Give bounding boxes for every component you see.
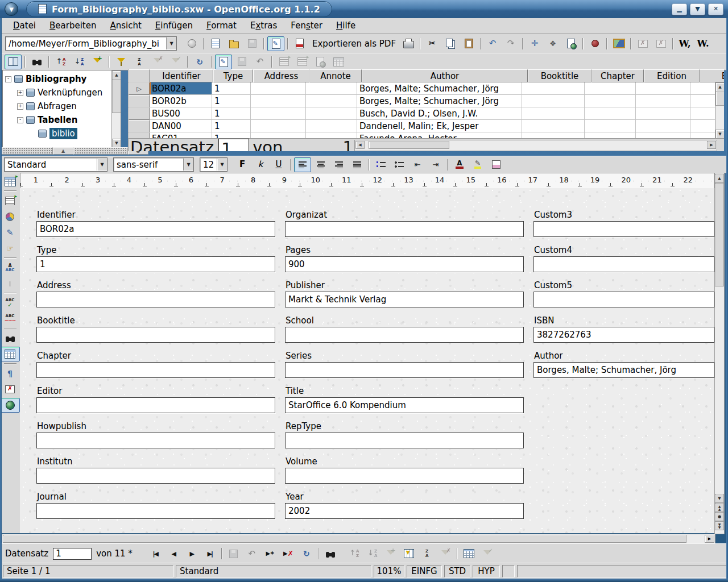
scroll-right-button[interactable]: ▶ — [705, 535, 714, 543]
record-number-input[interactable]: 1 — [53, 548, 92, 560]
row-header[interactable]: ▷ — [129, 82, 150, 95]
stop-button[interactable] — [183, 36, 200, 51]
zoom-status[interactable]: 101% — [374, 565, 404, 577]
grid-cell[interactable] — [585, 120, 636, 132]
insert-mode-status[interactable]: EINFG — [407, 565, 442, 577]
splitter-dots-handle[interactable] — [73, 147, 128, 155]
splitter-handle-bar[interactable]: ▲ ● — [2, 147, 148, 155]
custom5-field[interactable] — [533, 292, 714, 307]
draw-functions-button[interactable]: ✎ — [1, 225, 20, 240]
font-name-value[interactable]: sans-serif — [114, 160, 183, 170]
column-header-identifier[interactable]: Identifier — [150, 69, 213, 82]
expander-icon[interactable]: + — [17, 90, 23, 96]
grid-cell[interactable] — [306, 107, 357, 120]
column-header-chapter[interactable]: Chapter — [592, 69, 644, 82]
grid-cell[interactable] — [251, 82, 306, 95]
tree-item-biblio[interactable]: biblio — [5, 127, 121, 140]
grid-cell[interactable]: 1 — [212, 82, 251, 95]
grid-cell[interactable] — [251, 120, 306, 132]
new-document-button[interactable] — [207, 36, 224, 51]
grid-cell[interactable]: 1 — [212, 107, 251, 120]
volume-field[interactable] — [285, 468, 524, 484]
grid-cell[interactable] — [585, 82, 636, 95]
url-dropdown-button[interactable]: ▼ — [166, 38, 176, 49]
grid-cell[interactable]: BOR02a — [150, 82, 212, 95]
reptype-field[interactable] — [285, 433, 524, 448]
menu-bearbeiten[interactable]: Bearbeiten — [43, 19, 103, 32]
bold-button[interactable]: F — [234, 157, 251, 172]
navigator-button[interactable]: ✛ — [526, 36, 543, 51]
editor-field[interactable] — [36, 397, 275, 413]
edit-data-button[interactable] — [215, 55, 232, 69]
find-record-button[interactable] — [28, 55, 46, 69]
column-header-address[interactable]: Address — [253, 69, 309, 82]
gallery-button[interactable] — [610, 36, 627, 51]
scrollbar-thumb[interactable] — [112, 79, 121, 113]
next-page-button[interactable]: ▼ ▼ — [715, 521, 724, 530]
journal-field[interactable] — [36, 503, 275, 519]
close-button[interactable]: ✕ — [708, 3, 723, 15]
autospellcheck-button[interactable]: ABC~~~ — [1, 311, 20, 326]
hyperlink-mode-status[interactable]: HYP — [473, 565, 500, 577]
expander-icon[interactable]: - — [17, 117, 23, 123]
url-input[interactable]: /home/Meyer/Form_Bibliography_bi — [6, 39, 166, 49]
grid-cell[interactable] — [522, 107, 585, 120]
font-size-combobox[interactable]: 12 ▼ — [200, 157, 228, 172]
open-document-button[interactable] — [225, 36, 242, 51]
menu-hilfe[interactable]: Hilfe — [329, 19, 362, 32]
grid-cell[interactable] — [636, 95, 690, 107]
chapter-field[interactable] — [36, 362, 275, 378]
menu-einf-gen[interactable]: Einfügen — [148, 19, 200, 32]
edit-file-button[interactable] — [267, 36, 284, 51]
export-pdf-button[interactable] — [291, 36, 308, 51]
background-color-button[interactable] — [487, 157, 504, 172]
scrollbar-thumb[interactable] — [715, 91, 724, 106]
column-header-booktitle[interactable]: Booktitle — [528, 69, 592, 82]
grid-cell[interactable] — [522, 120, 585, 132]
scroll-left-button[interactable]: ◀ — [355, 141, 365, 149]
maximize-button[interactable]: ▼ — [690, 3, 705, 15]
grid-cell[interactable]: Busch, David D.; Olsen, J.W. — [357, 107, 522, 120]
howpublish-field[interactable] — [36, 433, 275, 448]
title-field[interactable]: StarOffice 6.0 Kompendium — [285, 397, 524, 413]
previous-page-button[interactable]: ▲ ▲ — [715, 503, 724, 512]
stylist-button[interactable]: ❖ — [544, 36, 561, 51]
decrease-indent-button[interactable]: ⇤ — [409, 157, 426, 172]
publisher-field[interactable]: Markt & Technik Verlag — [285, 292, 524, 307]
grid-vertical-scrollbar[interactable]: ▲ ▼ — [715, 82, 724, 139]
insert-fields-button[interactable] — [1, 193, 20, 208]
tree-item-abfragen[interactable]: +Abfragen — [5, 99, 121, 113]
url-combobox[interactable]: /home/Meyer/Form_Bibliography_bi ▼ — [5, 36, 177, 51]
menu-fenster[interactable]: Fenster — [284, 19, 329, 32]
school-field[interactable] — [285, 327, 524, 343]
pages-field[interactable]: 900 — [285, 256, 524, 272]
highlighting-button[interactable]: ✎ — [469, 157, 486, 172]
new-record-button[interactable] — [262, 546, 279, 561]
collapse-panel-button[interactable]: ▲ — [53, 147, 73, 155]
explorer-toggle-button[interactable] — [5, 55, 22, 69]
isbn-field[interactable]: 3827262763 — [533, 327, 714, 343]
scroll-up-button[interactable]: ▲ — [715, 82, 724, 92]
grid-cell[interactable]: Dandenell, Malin; Ek, Jesper — [357, 120, 522, 132]
sort-descending-button[interactable] — [71, 55, 88, 69]
grid-cell[interactable] — [251, 107, 306, 120]
scroll-down-button[interactable]: ▼ — [715, 494, 724, 503]
scrollbar-thumb[interactable] — [715, 183, 724, 286]
tree-item-bibliography[interactable]: -Bibliography — [5, 72, 121, 86]
menu-ansicht[interactable]: Ansicht — [103, 19, 148, 32]
grid-cell[interactable]: 1 — [212, 95, 251, 107]
menu-datei[interactable]: Datei — [6, 19, 43, 32]
splitter-dots-handle[interactable] — [2, 147, 53, 155]
minimize-button[interactable]: ▁ — [672, 3, 687, 15]
row-header[interactable] — [129, 95, 150, 107]
grid-cell[interactable] — [636, 120, 690, 132]
organizat-field[interactable] — [285, 221, 524, 237]
menu-format[interactable]: Format — [200, 19, 243, 32]
booktitle-field[interactable] — [36, 327, 275, 343]
w-comma-macro-button[interactable]: W, — [676, 36, 693, 51]
scroll-down-button[interactable]: ▼ — [112, 139, 121, 148]
sort-ascending-button[interactable] — [52, 55, 69, 69]
find-replace-button[interactable] — [1, 331, 20, 346]
column-header-edition[interactable]: Edition — [644, 69, 700, 82]
previous-record-button[interactable]: ◀ — [165, 546, 182, 561]
